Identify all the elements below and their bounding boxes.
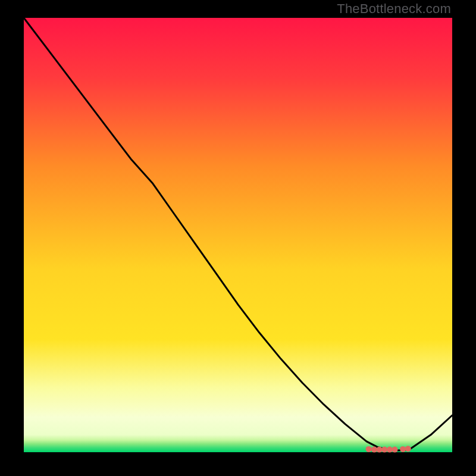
svg-point-4 — [387, 447, 393, 453]
svg-point-0 — [366, 446, 372, 452]
chart-frame: TheBottleneck.com — [0, 0, 476, 476]
gradient-background — [24, 18, 452, 452]
svg-point-2 — [377, 447, 383, 453]
svg-point-5 — [392, 447, 398, 453]
svg-point-6 — [400, 446, 406, 452]
chart-plot — [24, 18, 452, 452]
svg-point-1 — [371, 447, 377, 453]
watermark-text: TheBottleneck.com — [337, 1, 451, 17]
svg-point-3 — [381, 447, 387, 453]
svg-point-7 — [405, 446, 411, 452]
